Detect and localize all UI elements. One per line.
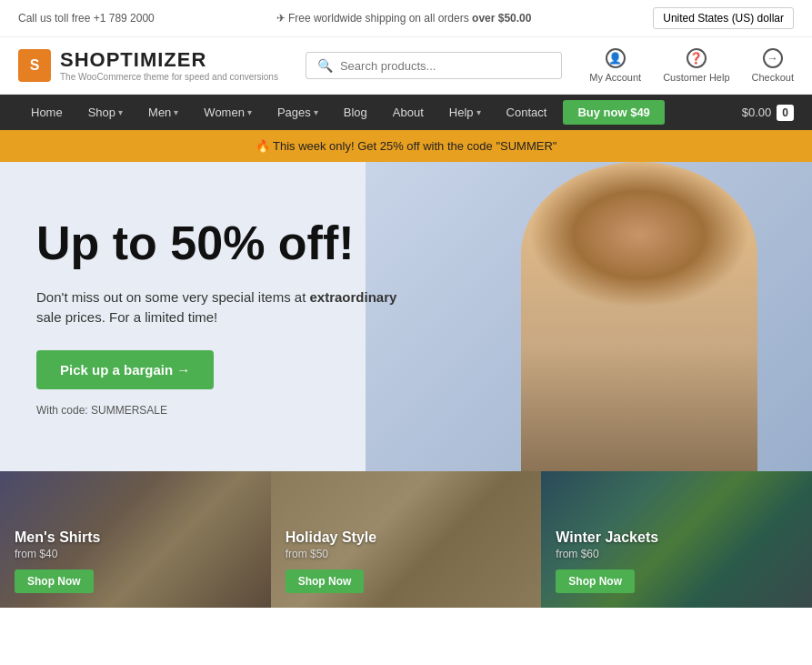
account-icon: 👤 xyxy=(606,48,626,68)
hero-subtitle: Don't miss out on some very special item… xyxy=(36,287,776,328)
region-selector[interactable]: United States (US) dollar xyxy=(653,7,794,29)
product-card-mens-shirts[interactable]: Men's Shirts from $40 Shop Now xyxy=(0,471,271,608)
product-title-mens-shirts: Men's Shirts xyxy=(15,529,101,546)
logo-text: SHOPTIMIZER The WooCommerce theme for sp… xyxy=(60,48,278,83)
nav-help[interactable]: Help ▾ xyxy=(436,95,494,130)
customer-help-label: Customer Help xyxy=(663,72,729,83)
men-arrow: ▾ xyxy=(174,107,178,117)
help-icon: ❓ xyxy=(687,48,707,68)
product-card-holiday-style[interactable]: Holiday Style from $50 Shop Now xyxy=(271,471,542,608)
logo[interactable]: S SHOPTIMIZER The WooCommerce theme for … xyxy=(18,48,278,83)
product-grid: Men's Shirts from $40 Shop Now Holiday S… xyxy=(0,471,812,608)
header: S SHOPTIMIZER The WooCommerce theme for … xyxy=(0,37,812,95)
product-overlay-holiday-style: Holiday Style from $50 Shop Now xyxy=(286,529,376,593)
checkout-label: Checkout xyxy=(752,72,794,83)
buy-now-button[interactable]: Buy now $49 xyxy=(563,100,664,125)
shop-arrow: ▾ xyxy=(118,107,123,117)
nav-women[interactable]: Women ▾ xyxy=(191,95,265,130)
logo-icon: S xyxy=(18,49,51,82)
nav-men[interactable]: Men ▾ xyxy=(135,95,191,130)
main-nav: Home Shop ▾ Men ▾ Women ▾ Pages ▾ Blog A… xyxy=(0,95,812,130)
nav-blog[interactable]: Blog xyxy=(331,95,380,130)
nav-pages[interactable]: Pages ▾ xyxy=(265,95,331,130)
pages-arrow: ▾ xyxy=(314,107,318,117)
cart-count: 0 xyxy=(777,105,794,121)
nav-about[interactable]: About xyxy=(380,95,436,130)
nav-home[interactable]: Home xyxy=(18,95,75,130)
plane-icon: ✈ xyxy=(276,12,286,25)
product-from-mens-shirts: from $40 xyxy=(15,548,101,560)
customer-help-button[interactable]: ❓ Customer Help xyxy=(663,48,729,83)
shop-now-holiday-style[interactable]: Shop Now xyxy=(286,569,365,593)
product-overlay-mens-shirts: Men's Shirts from $40 Shop Now xyxy=(15,529,101,593)
checkout-button[interactable]: → Checkout xyxy=(752,48,794,83)
my-account-label: My Account xyxy=(589,72,641,83)
shop-now-mens-shirts[interactable]: Shop Now xyxy=(15,569,94,593)
nav-shop[interactable]: Shop ▾ xyxy=(75,95,135,130)
women-arrow: ▾ xyxy=(247,107,252,117)
logo-subtitle: The WooCommerce theme for speed and conv… xyxy=(60,72,278,83)
hero-title: Up to 50% off! xyxy=(36,217,776,269)
hero-cta-button[interactable]: Pick up a bargain → xyxy=(36,350,214,389)
search-bar[interactable]: 🔍 xyxy=(306,52,562,79)
phone-text: Call us toll free +1 789 2000 xyxy=(18,12,155,25)
product-title-winter-jackets: Winter Jackets xyxy=(556,529,658,546)
promo-text: This week only! Get 25% off with the cod… xyxy=(273,139,556,153)
product-overlay-winter-jackets: Winter Jackets from $60 Shop Now xyxy=(556,529,658,593)
search-input[interactable] xyxy=(340,59,550,73)
help-arrow: ▾ xyxy=(476,107,481,117)
shop-now-winter-jackets[interactable]: Shop Now xyxy=(556,569,635,593)
shipping-text: ✈ Free worldwide shipping on all orders … xyxy=(276,12,532,25)
promo-bar: 🔥 This week only! Get 25% off with the c… xyxy=(0,130,812,162)
nav-contact[interactable]: Contact xyxy=(494,95,560,130)
hero-content: Up to 50% off! Don't miss out on some ve… xyxy=(36,217,776,417)
my-account-button[interactable]: 👤 My Account xyxy=(589,48,641,83)
header-actions: 👤 My Account ❓ Customer Help → Checkout xyxy=(589,48,794,83)
product-from-winter-jackets: from $60 xyxy=(556,548,658,560)
top-bar: Call us toll free +1 789 2000 ✈ Free wor… xyxy=(0,0,812,37)
hero-section: Up to 50% off! Don't miss out on some ve… xyxy=(0,162,812,471)
product-title-holiday-style: Holiday Style xyxy=(286,529,376,546)
logo-title: SHOPTIMIZER xyxy=(60,48,278,72)
product-from-holiday-style: from $50 xyxy=(286,548,376,560)
product-card-winter-jackets[interactable]: Winter Jackets from $60 Shop Now xyxy=(541,471,812,608)
checkout-icon: → xyxy=(763,48,783,68)
fire-icon: 🔥 xyxy=(256,139,270,153)
hero-promo-code: With code: SUMMERSALE xyxy=(36,404,776,417)
cart-price: $0.00 xyxy=(742,106,772,119)
search-icon: 🔍 xyxy=(317,58,333,73)
cart-button[interactable]: $0.00 0 xyxy=(742,105,794,121)
